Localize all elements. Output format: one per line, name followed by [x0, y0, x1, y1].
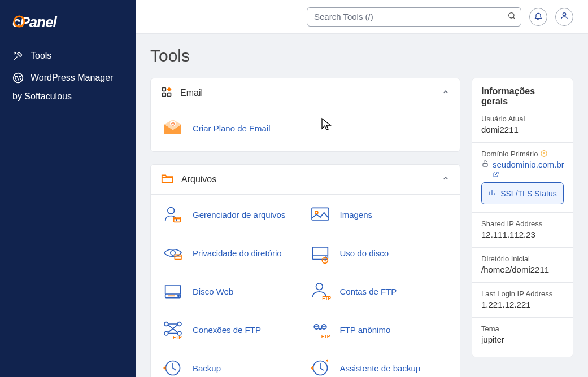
tool-backup-wizard[interactable]: Assistente de backup: [308, 356, 450, 377]
sidebar-item-wordpress-manager[interactable]: WordPress Manager: [0, 67, 136, 89]
svg-text:FTP: FTP: [321, 334, 330, 339]
info-lastlogin-value: 1.221.12.221: [481, 300, 564, 309]
panel-title: Arquivos: [181, 174, 216, 185]
folder-icon: [161, 173, 173, 186]
wordpress-icon: [12, 72, 24, 84]
info-homedir-value: /home2/domi2211: [481, 265, 564, 274]
divider: [472, 212, 573, 213]
search-icon: [507, 11, 516, 23]
info-domain-text: seudominio.com.br: [493, 160, 564, 169]
info-theme-value: jupiter: [481, 335, 564, 344]
tool-label: Uso do disco: [340, 248, 389, 258]
tool-disk-usage[interactable]: Uso do disco: [308, 241, 450, 265]
info-domain-value[interactable]: seudominio.com.br: [493, 160, 564, 179]
svg-rect-35: [483, 163, 487, 166]
tool-images[interactable]: Imagens: [308, 203, 450, 226]
svg-rect-12: [174, 217, 181, 222]
external-link-icon: [493, 171, 499, 178]
bell-icon: [534, 11, 543, 23]
tool-anonymous-ftp[interactable]: FTP FTP anônimo: [308, 318, 450, 341]
backup-icon: [161, 356, 185, 377]
info-homedir-label: Diretório Inicial: [481, 255, 564, 263]
page-title: Tools: [150, 46, 573, 65]
tool-label: Contas de FTP: [340, 287, 397, 296]
images-icon: [308, 203, 332, 226]
apps-icon: [161, 86, 172, 100]
divider: [472, 142, 573, 143]
directory-privacy-icon: [161, 241, 185, 265]
ftp-connections-icon: FTP: [161, 318, 185, 341]
tool-label: Privacidade do diretório: [193, 248, 282, 258]
anonymous-ftp-icon: FTP: [308, 318, 332, 341]
svg-rect-6: [168, 93, 171, 97]
info-sharedip-value: 12.111.112.23: [481, 230, 564, 239]
user-menu-button[interactable]: [555, 8, 573, 26]
tool-web-disk[interactable]: Disco Web: [161, 279, 303, 303]
panel-email: Email @ Criar Plano de Email: [150, 78, 460, 152]
panel-title: Email: [180, 88, 203, 98]
svg-text:FTP: FTP: [173, 335, 182, 340]
tool-ftp-accounts[interactable]: FTP Contas de FTP: [308, 279, 450, 303]
tool-label: Criar Plano de Email: [193, 124, 271, 133]
tool-label: Gerenciador de arquivos: [193, 210, 285, 220]
user-icon: [560, 11, 569, 23]
ssl-button-label: SSL/TLS Status: [500, 189, 557, 198]
notifications-button[interactable]: [529, 8, 547, 26]
panel-header-arquivos[interactable]: Arquivos: [151, 165, 460, 195]
tool-label: FTP anônimo: [340, 325, 391, 335]
tool-email-plan[interactable]: @ Criar Plano de Email: [161, 116, 450, 140]
email-icon: @: [161, 116, 185, 140]
divider: [472, 247, 573, 248]
info-theme-label: Tema: [481, 325, 564, 333]
sidebar-item-subtext: by Softaculous: [0, 89, 136, 107]
tool-label: Conexões de FTP: [193, 325, 261, 335]
info-card: Informações gerais Usuário Atual domi221…: [472, 78, 573, 357]
info-sharedip-label: Shared IP Address: [481, 220, 564, 228]
svg-point-26: [164, 331, 168, 335]
svg-text:FTP: FTP: [322, 295, 331, 301]
divider: [472, 317, 573, 318]
info-user-value: domi2211: [481, 125, 564, 134]
info-title: Informações gerais: [481, 86, 564, 107]
ssl-status-button[interactable]: SSL/TLS Status: [481, 182, 564, 204]
svg-point-3: [509, 12, 514, 17]
svg-point-11: [168, 208, 175, 214]
tool-backup[interactable]: Backup: [161, 356, 303, 377]
info-domain-label: Domínio Primário: [481, 150, 564, 158]
sidebar-item-tools[interactable]: Tools: [0, 45, 136, 67]
search-input[interactable]: [307, 7, 521, 27]
topbar: [136, 0, 588, 34]
info-domain-label-text: Domínio Primário: [481, 150, 538, 158]
warning-icon: [540, 150, 548, 158]
search-wrap: [307, 7, 521, 27]
tool-label: Disco Web: [193, 287, 233, 296]
svg-point-25: [177, 322, 181, 326]
tool-label: Imagens: [340, 210, 373, 220]
svg-point-21: [178, 295, 180, 297]
svg-rect-7: [163, 93, 166, 97]
svg-point-14: [315, 211, 317, 214]
tool-ftp-connections[interactable]: FTP Conexões de FTP: [161, 318, 303, 341]
tool-file-manager[interactable]: Gerenciador de arquivos: [161, 203, 303, 226]
tool-directory-privacy[interactable]: Privacidade do diretório: [161, 241, 303, 265]
chevron-up-icon: [442, 88, 450, 98]
chevron-up-icon: [442, 174, 450, 185]
svg-point-22: [316, 283, 323, 290]
disk-usage-icon: [308, 241, 332, 265]
svg-point-24: [164, 322, 168, 326]
cpanel-logo: cPanel: [0, 10, 136, 45]
sidebar-item-label: WordPress Manager: [31, 73, 113, 83]
bars-icon: [488, 188, 496, 198]
main-content: Tools Email @: [136, 34, 588, 377]
panel-arquivos: Arquivos Gerenciador de arquivos: [150, 164, 460, 377]
svg-rect-13: [312, 208, 329, 220]
sidebar: cPanel Tools WordPress Manager by Softac…: [0, 0, 136, 377]
tools-icon: [12, 51, 24, 61]
panel-header-email[interactable]: Email: [151, 78, 460, 108]
info-lastlogin-label: Last Login IP Address: [481, 290, 564, 298]
file-manager-icon: [161, 203, 185, 226]
divider: [472, 282, 573, 283]
tool-label: Backup: [193, 363, 221, 373]
svg-point-4: [563, 12, 565, 15]
tool-label: Assistente de backup: [340, 363, 421, 373]
